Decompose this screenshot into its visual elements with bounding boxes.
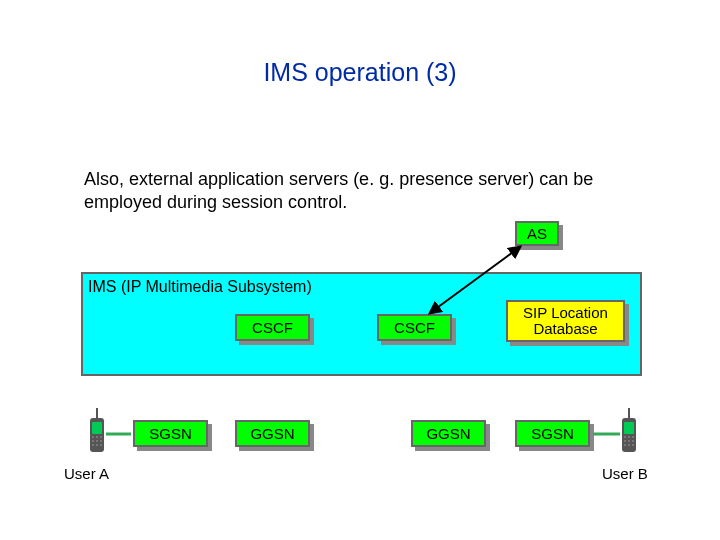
node-sgsn-right: SGSN bbox=[515, 420, 590, 447]
phone-icon-left bbox=[90, 418, 104, 452]
node-sip-location-db: SIP Location Database bbox=[506, 300, 625, 342]
sip-db-line2: Database bbox=[533, 321, 597, 338]
node-cscf-right: CSCF bbox=[377, 314, 452, 341]
body-text: Also, external application servers (e. g… bbox=[84, 168, 644, 213]
node-cscf-left: CSCF bbox=[235, 314, 310, 341]
slide-title: IMS operation (3) bbox=[0, 58, 720, 87]
node-ggsn-right: GGSN bbox=[411, 420, 486, 447]
node-as: AS bbox=[515, 221, 559, 246]
user-a-label: User A bbox=[64, 465, 109, 482]
user-b-label: User B bbox=[602, 465, 648, 482]
sip-db-line1: SIP Location bbox=[523, 305, 608, 322]
phone-icon-right bbox=[622, 418, 636, 452]
ims-container-label: IMS (IP Multimedia Subsystem) bbox=[88, 278, 312, 296]
slide: IMS operation (3) Also, external applica… bbox=[0, 0, 720, 540]
node-sgsn-left: SGSN bbox=[133, 420, 208, 447]
node-ggsn-left: GGSN bbox=[235, 420, 310, 447]
